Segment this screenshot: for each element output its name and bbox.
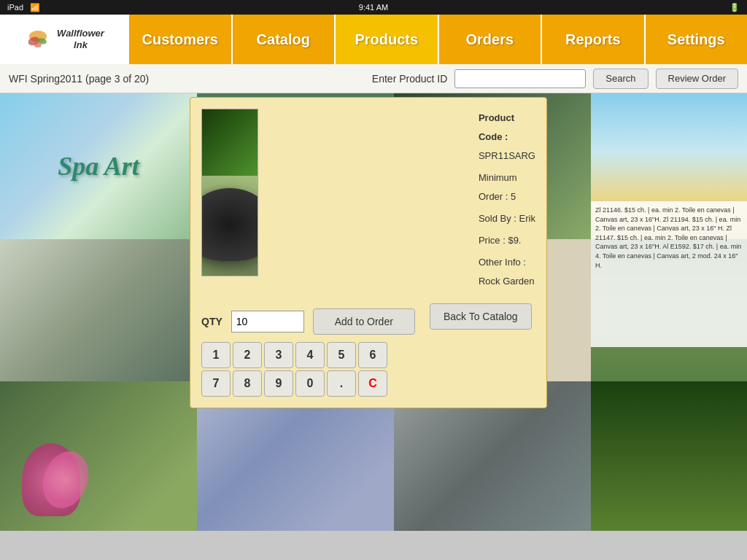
main-content: Zl 21146. $15 ch. | ea. min 2. Toile en … bbox=[0, 93, 747, 560]
catalog-cell-spa-art[interactable] bbox=[0, 93, 197, 239]
status-time: 9:41 AM bbox=[359, 3, 388, 12]
product-id-input[interactable] bbox=[454, 69, 586, 88]
tab-catalog[interactable]: Catalog bbox=[231, 15, 335, 64]
status-bar: iPad 📶 9:41 AM 🔋 bbox=[0, 0, 747, 15]
add-to-order-button[interactable]: Add to Order bbox=[313, 308, 415, 335]
product-code-label: Product Code : bbox=[479, 112, 514, 142]
page-title: WFI Spring2011 (page 3 of 20) bbox=[9, 73, 149, 85]
numpad-key-7[interactable]: 7 bbox=[201, 370, 231, 397]
tab-orders[interactable]: Orders bbox=[438, 15, 541, 64]
numpad-key-8[interactable]: 8 bbox=[233, 370, 262, 397]
qty-area: QTY Add to Order bbox=[201, 308, 415, 335]
numpad: 1234567890.C bbox=[201, 342, 415, 397]
popup-bottom: QTY Add to Order 1234567890.C Back To Ca… bbox=[201, 301, 535, 397]
tab-customers[interactable]: Customers bbox=[128, 15, 231, 64]
description-overlay: Zl 21146. $15 ch. | ea. min 2. Toile en … bbox=[591, 201, 747, 347]
sold-by: Sold By : Erik bbox=[479, 209, 535, 228]
tab-settings[interactable]: Settings bbox=[644, 15, 748, 64]
numpad-key-4[interactable]: 4 bbox=[295, 342, 325, 368]
numpad-key-.[interactable]: . bbox=[327, 370, 356, 397]
numpad-key-6[interactable]: 6 bbox=[358, 342, 387, 368]
numpad-key-1[interactable]: 1 bbox=[201, 342, 231, 368]
logo-icon bbox=[23, 25, 53, 54]
numpad-key-5[interactable]: 5 bbox=[327, 342, 356, 368]
product-code: SPR11SARG bbox=[479, 150, 535, 161]
tab-products[interactable]: Products bbox=[334, 15, 438, 64]
logo-area: Wallflower Ink bbox=[0, 15, 128, 64]
toolbar: WFI Spring2011 (page 3 of 20) Enter Prod… bbox=[0, 64, 747, 93]
catalog-cell-bamboo-right[interactable] bbox=[591, 381, 747, 531]
nav-tabs: Customers Catalog Products Orders Report… bbox=[128, 15, 747, 64]
tab-reports[interactable]: Reports bbox=[541, 15, 644, 64]
logo-line1: Wallflower bbox=[57, 28, 104, 39]
svg-point-3 bbox=[34, 43, 42, 47]
ipad-label: iPad bbox=[7, 3, 23, 12]
wifi-icon: 📶 bbox=[30, 3, 40, 12]
other-info-label: Other Info : bbox=[479, 257, 526, 268]
popup-info: Product Code : SPR11SARG Minimum Order :… bbox=[479, 109, 535, 294]
nav-bar: Wallflower Ink Customers Catalog Product… bbox=[0, 15, 747, 64]
qty-input[interactable] bbox=[231, 311, 304, 332]
numpad-key-0[interactable]: 0 bbox=[295, 370, 325, 397]
back-to-catalog-button[interactable]: Back To Catalog bbox=[430, 303, 532, 330]
price: Price : $9. bbox=[479, 231, 535, 250]
catalog-cell-flower[interactable] bbox=[0, 381, 197, 531]
product-popup: Product Code : SPR11SARG Minimum Order :… bbox=[190, 97, 547, 408]
logo-line2: Ink bbox=[57, 39, 104, 51]
battery-icon: 🔋 bbox=[729, 3, 740, 12]
product-id-label: Enter Product ID bbox=[372, 73, 448, 85]
numpad-key-9[interactable]: 9 bbox=[264, 370, 293, 397]
description-text: Zl 21146. $15 ch. | ea. min 2. Toile en … bbox=[595, 206, 741, 269]
other-info: Rock Garden bbox=[479, 276, 535, 287]
status-left: iPad 📶 bbox=[7, 3, 40, 12]
numpad-key-3[interactable]: 3 bbox=[264, 342, 293, 368]
review-order-button[interactable]: Review Order bbox=[656, 69, 738, 89]
numpad-key-C[interactable]: C bbox=[358, 370, 387, 397]
qty-label: QTY bbox=[201, 316, 222, 327]
catalog-cell-lily[interactable] bbox=[0, 239, 197, 381]
search-button[interactable]: Search bbox=[593, 69, 648, 89]
logo-text: Wallflower Ink bbox=[57, 28, 104, 50]
numpad-key-2[interactable]: 2 bbox=[233, 342, 262, 368]
product-image bbox=[201, 109, 258, 276]
min-order: Minimum Order : 5 bbox=[479, 168, 535, 206]
